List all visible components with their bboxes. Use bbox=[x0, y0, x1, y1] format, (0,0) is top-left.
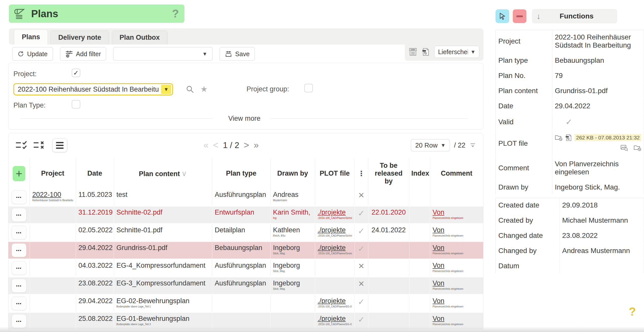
column-header-date[interactable]: Date bbox=[76, 158, 114, 189]
plans-table: + Project Date Plan content∨ Plan type D… bbox=[8, 158, 483, 332]
filter-preset-select[interactable]: ▼ bbox=[113, 47, 213, 61]
column-header-project[interactable]: Project bbox=[30, 158, 76, 189]
released-by-cell bbox=[368, 189, 409, 206]
date-cell: 02.05.2022 bbox=[76, 224, 114, 241]
drawn-by-subtitle: Stick, Mag. bbox=[273, 270, 312, 273]
tab-plans[interactable]: Plans bbox=[14, 29, 48, 45]
deselect-all-icon[interactable] bbox=[33, 140, 46, 150]
select-all-icon[interactable] bbox=[15, 140, 28, 150]
chevron-down-icon: ▼ bbox=[441, 142, 446, 148]
list-controls: « < 1 / 2 > » 20 Row ▼ / 22 bbox=[8, 138, 483, 153]
column-header-plot-file[interactable]: PLOT file bbox=[315, 158, 354, 189]
preview-file-icon[interactable] bbox=[620, 144, 628, 151]
plot-file-link[interactable]: ./projekte bbox=[318, 315, 346, 322]
project-group-checkbox[interactable] bbox=[304, 84, 313, 92]
comment-link[interactable]: Von bbox=[433, 297, 445, 305]
detail-row-plan-content: Plan content Grundriss-01.pdf bbox=[496, 83, 644, 98]
comment-link[interactable]: Von bbox=[433, 262, 445, 269]
csv-export-icon[interactable]: CSV bbox=[409, 48, 417, 56]
plot-file-link[interactable]: ./projekte bbox=[318, 297, 346, 305]
comment-link[interactable]: Von bbox=[433, 315, 445, 322]
comment-subtitle: Planverzeichnis eingelesen bbox=[433, 252, 481, 255]
column-header-status[interactable]: ⋮ bbox=[354, 158, 368, 189]
add-plan-button[interactable]: + bbox=[13, 166, 25, 181]
functions-panel: ↓ Functions Project 2022-100 Reihenhäuse… bbox=[496, 9, 644, 274]
export-type-select[interactable]: Lieferschein ▼ bbox=[434, 46, 479, 58]
column-header-released-by[interactable]: To be released by bbox=[368, 158, 409, 189]
row-actions-button[interactable]: ••• bbox=[12, 261, 26, 275]
column-header-drawn-by[interactable]: Drawn by bbox=[270, 158, 315, 189]
detail-row-valid: Valid ✓ bbox=[496, 114, 644, 130]
plot-file-link[interactable]: ./projekte bbox=[318, 244, 346, 252]
corner-help-icon[interactable]: ? bbox=[629, 305, 636, 318]
plan-type-checkbox[interactable] bbox=[72, 100, 80, 109]
prev-page-button[interactable]: < bbox=[213, 140, 218, 151]
view-more-link[interactable]: View more bbox=[228, 115, 260, 122]
favorite-star-icon[interactable]: ★ bbox=[200, 84, 208, 94]
first-page-button[interactable]: « bbox=[203, 140, 209, 151]
plot-file-link[interactable]: ./projekte bbox=[318, 226, 346, 234]
plot-file-link[interactable]: ./projekte bbox=[318, 209, 346, 216]
released-by-cell bbox=[368, 259, 409, 277]
row-actions-button[interactable]: ••• bbox=[12, 297, 26, 310]
row-actions-button[interactable]: ••• bbox=[12, 208, 26, 222]
functions-dropdown[interactable]: ↓ Functions bbox=[532, 9, 617, 23]
add-filter-button[interactable]: Add filter bbox=[60, 47, 106, 61]
plan-content-cell: Schnitte-02.pdf bbox=[117, 209, 163, 216]
list-menu-button[interactable] bbox=[52, 138, 67, 152]
column-header-index[interactable]: Index bbox=[409, 158, 430, 189]
rows-per-page-select[interactable]: 20 Row ▼ bbox=[411, 139, 450, 151]
update-button[interactable]: Update bbox=[12, 47, 53, 61]
plan-details-table: Project 2022-100 Reihenhäuser Südstadt I… bbox=[496, 30, 644, 195]
save-button[interactable]: Save bbox=[220, 47, 255, 61]
tab-plan-outbox[interactable]: Plan Outbox bbox=[112, 30, 168, 45]
released-by-cell bbox=[368, 277, 409, 295]
table-row: ••• 2022-100Reihenhäuser Südstadt In Bea… bbox=[8, 189, 483, 206]
project-filter-checkbox[interactable]: ✓ bbox=[72, 69, 80, 77]
project-select[interactable]: 2022-100 Reihenhäuser Südstadt In Bearbe… bbox=[13, 83, 173, 95]
search-icon[interactable] bbox=[186, 85, 194, 94]
comment-link[interactable]: Von bbox=[433, 279, 445, 287]
drawn-by-subtitle: Stick, Mag. bbox=[273, 252, 312, 255]
pdf-file-icon[interactable] bbox=[565, 134, 572, 141]
total-rows-label: / 22 bbox=[454, 141, 465, 149]
row-actions-button[interactable]: ••• bbox=[12, 279, 26, 293]
plan-type-cell: Entwurfsplan bbox=[212, 206, 270, 224]
minus-icon bbox=[516, 15, 523, 17]
pdf-export-icon[interactable] bbox=[422, 48, 430, 56]
remove-button[interactable] bbox=[513, 9, 526, 23]
down-arrow-icon: ↓ bbox=[537, 12, 541, 21]
detail-row-project: Project 2022-100 Reihenhäuser Südstadt I… bbox=[496, 30, 644, 53]
column-header-plan-type[interactable]: Plan type bbox=[212, 158, 270, 189]
column-header-plan-content[interactable]: Plan content∨ bbox=[114, 158, 212, 189]
kebab-icon: ⋮ bbox=[358, 170, 365, 177]
chevron-down-icon: ▼ bbox=[161, 85, 171, 94]
release-status-icon: ✓ bbox=[358, 297, 365, 306]
help-icon[interactable]: ? bbox=[172, 7, 179, 20]
table-row: ••• 24.12.2021 EG-01-BewehrungsplanBoden… bbox=[8, 330, 483, 332]
pointer-select-button[interactable] bbox=[496, 9, 509, 23]
comment-subtitle: Planverzeichnis eingelesen bbox=[433, 305, 481, 308]
project-link[interactable]: 2022-100 bbox=[32, 191, 61, 198]
pagination: « < 1 / 2 > » bbox=[203, 140, 259, 151]
collapse-icon[interactable] bbox=[469, 142, 476, 148]
comment-link[interactable]: Von bbox=[433, 226, 445, 234]
comment-link[interactable]: Von bbox=[433, 244, 445, 252]
row-actions-button[interactable]: ••• bbox=[12, 314, 26, 328]
last-page-button[interactable]: » bbox=[254, 140, 259, 151]
release-status-icon: ✕ bbox=[358, 262, 364, 270]
detach-file-icon[interactable] bbox=[634, 144, 641, 151]
remove-file-icon[interactable] bbox=[555, 134, 562, 141]
row-actions-button[interactable]: ••• bbox=[12, 190, 26, 204]
drawn-by-subtitle: Reich, BSc bbox=[273, 234, 312, 237]
next-page-button[interactable]: > bbox=[244, 140, 249, 151]
row-actions-button[interactable]: ••• bbox=[12, 243, 26, 257]
comment-link[interactable]: Von bbox=[433, 209, 445, 216]
tab-delivery-note[interactable]: Delivery note bbox=[50, 30, 109, 45]
row-actions-button[interactable]: ••• bbox=[12, 226, 26, 239]
plan-content-cell: EG-01-Bewehrungsplan bbox=[117, 315, 190, 322]
plan-content-subtitle: Bodenplatte obere Lage_Teil 1 bbox=[117, 305, 210, 308]
plan-content-cell: EG-3_Kompressorfundament bbox=[117, 279, 205, 287]
column-header-comment[interactable]: Comment bbox=[430, 158, 483, 189]
plans-table-body: ••• 2022-100Reihenhäuser Südstadt In Bea… bbox=[8, 189, 483, 332]
